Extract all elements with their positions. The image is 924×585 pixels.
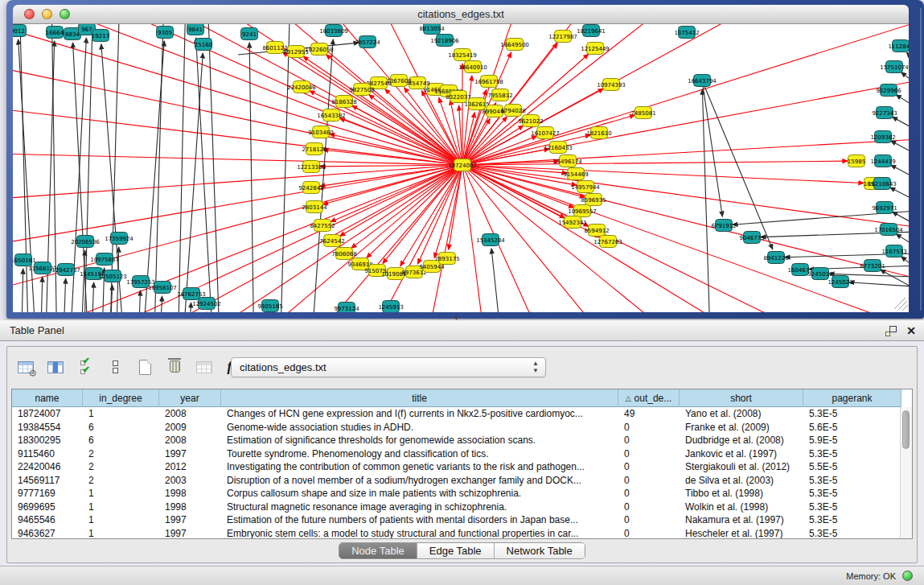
graph-edge[interactable]	[491, 249, 503, 312]
table-row[interactable]: 1830029562008Estimation of significance …	[12, 434, 901, 447]
graph-edge[interactable]	[901, 257, 909, 269]
graph-edge[interactable]	[182, 53, 203, 312]
table-row[interactable]: 977716911998Corpus callosum shape and si…	[12, 487, 901, 501]
table-row[interactable]: 946362711997Embryonic stem cells: a mode…	[12, 527, 901, 540]
graph-node-label: 1244419	[870, 159, 895, 165]
graph-edge[interactable]	[702, 89, 711, 312]
column-header-pagerank[interactable]: pagerank	[803, 389, 901, 407]
scrollbar-thumb[interactable]	[902, 410, 910, 449]
graph-node-label: 8973612	[401, 270, 426, 276]
delete-table-icon[interactable]	[162, 356, 187, 378]
column-header-name[interactable]: name	[12, 389, 83, 407]
graph-edge[interactable]	[351, 165, 462, 248]
select-column-icon[interactable]	[43, 356, 68, 378]
table-cell: Corpus callosum shape and size in male p…	[221, 487, 618, 501]
graph-edge[interactable]	[13, 24, 462, 165]
graph-node-label: 12924502	[192, 301, 221, 307]
graph-edge[interactable]	[91, 282, 94, 312]
column-header-in_degree[interactable]: in_degree	[83, 389, 159, 407]
import-table-icon-disabled	[192, 356, 216, 378]
graph-node-label: 1245023	[827, 279, 852, 286]
memory-ok-indicator[interactable]	[902, 571, 913, 581]
column-header-out_de[interactable]: △out_de...	[618, 389, 680, 407]
graph-edge[interactable]	[280, 24, 290, 312]
graph-node-label: 6773201	[860, 263, 885, 270]
table-cell: Estimation of the future numbers of pati…	[221, 513, 618, 527]
table-cell: 9115460	[12, 447, 83, 461]
graph-edge[interactable]	[462, 115, 634, 165]
graph-edge[interactable]	[13, 24, 462, 165]
table-row[interactable]: 1938455462009Genome-wide association stu…	[12, 421, 901, 435]
table-cell: 2008	[159, 434, 221, 447]
close-panel-icon[interactable]: ✕	[906, 325, 916, 336]
row-options-icon[interactable]	[103, 356, 127, 378]
graph-edge[interactable]	[462, 165, 909, 290]
table-row[interactable]: 2242004622012Investigating the contribut…	[12, 460, 901, 474]
vertical-scrollbar[interactable]	[900, 407, 912, 538]
graph-edge[interactable]	[196, 38, 214, 312]
tab-node-table[interactable]: Node Table	[339, 543, 417, 558]
graph-node-label: 9245012	[807, 271, 832, 278]
column-header-label: year	[180, 393, 199, 404]
graph-edge[interactable]	[63, 278, 66, 312]
table-cell: 5.3E-5	[803, 527, 901, 540]
graph-edge[interactable]	[891, 165, 909, 179]
table-cell: Disruption of a novel member of a sodium…	[221, 474, 618, 488]
table-row[interactable]: 911546021997Tourette syndrome. Phenomeno…	[12, 447, 901, 461]
graph-node-label: 15492341	[558, 220, 587, 226]
graph-edge[interactable]	[142, 41, 164, 312]
graph-node-label: 16543382	[317, 113, 346, 119]
graph-edge[interactable]	[849, 282, 909, 288]
table-cell: Yano et al. (2008)	[680, 407, 803, 421]
window-title-bar[interactable]: citations_edges.txt	[13, 5, 909, 24]
graph-edge[interactable]	[893, 117, 909, 130]
graph-edge[interactable]	[326, 55, 462, 165]
graph-edge[interactable]	[702, 80, 722, 216]
graph-edge[interactable]	[138, 290, 141, 312]
graph-edge[interactable]	[40, 277, 43, 312]
window-title: citations_edges.txt	[13, 8, 909, 20]
graph-edge[interactable]	[80, 250, 85, 312]
table-row[interactable]: 946554611997Estimation of the future num…	[12, 513, 901, 527]
table-settings-icon[interactable]: ⚙	[14, 356, 38, 378]
tab-edge-table[interactable]: Edge Table	[417, 543, 494, 558]
table-row[interactable]: 969969511998Structural magnetic resonanc…	[12, 501, 901, 514]
graph-edge[interactable]	[462, 165, 909, 312]
graph-edge[interactable]	[188, 303, 191, 312]
graph-edge[interactable]	[896, 95, 909, 108]
graph-edge[interactable]	[383, 165, 462, 263]
show-hide-columns-icon[interactable]: ✔ ✔	[73, 356, 97, 378]
graph-node-label: 18724007	[448, 163, 477, 169]
graph-edge[interactable]	[890, 187, 909, 201]
float-panel-icon[interactable]	[885, 326, 897, 336]
graph-node-label: 8813054	[419, 26, 445, 32]
graph-edge[interactable]	[45, 24, 462, 165]
graph-node-label: 15985	[848, 159, 865, 165]
graph-node-label: 8427552	[310, 223, 335, 229]
graph-node-label: 12213389	[297, 164, 326, 171]
table-cell: 1	[83, 487, 159, 501]
graph-node-label: 16033809	[319, 28, 348, 35]
graph-edge[interactable]	[159, 296, 162, 312]
column-header-title[interactable]: title	[221, 389, 618, 407]
new-table-icon[interactable]	[133, 356, 157, 378]
column-header-year[interactable]: year	[159, 389, 221, 407]
graph-edge[interactable]	[178, 24, 186, 312]
tab-network-table[interactable]: Network Table	[494, 543, 585, 558]
table-cell: 9699695	[12, 501, 83, 514]
graph-node-label: 12125449	[581, 46, 610, 52]
canvas-resize-grip[interactable]	[894, 298, 908, 311]
graph-edge[interactable]	[906, 52, 909, 64]
network-table-selector[interactable]: citations_edges.txt ▲▼	[231, 357, 546, 377]
network-graph-canvas[interactable]: 1872400791468218454749236760898275469827…	[13, 24, 909, 312]
graph-edge[interactable]	[37, 165, 462, 312]
column-header-short[interactable]: short	[680, 389, 803, 407]
table-row[interactable]: 1456911722003Disruption of a novel membe…	[12, 474, 901, 488]
graph-edge[interactable]	[891, 141, 909, 154]
graph-edge[interactable]	[230, 165, 462, 312]
graph-edge[interactable]	[249, 43, 254, 312]
citation-network-graph[interactable]: 1872400791468218454749236760898275469827…	[13, 24, 909, 312]
graph-edge[interactable]	[21, 269, 23, 312]
table-row[interactable]: 1872400712008Changes of HCN gene express…	[12, 407, 901, 421]
table-cell: 1	[83, 527, 159, 540]
